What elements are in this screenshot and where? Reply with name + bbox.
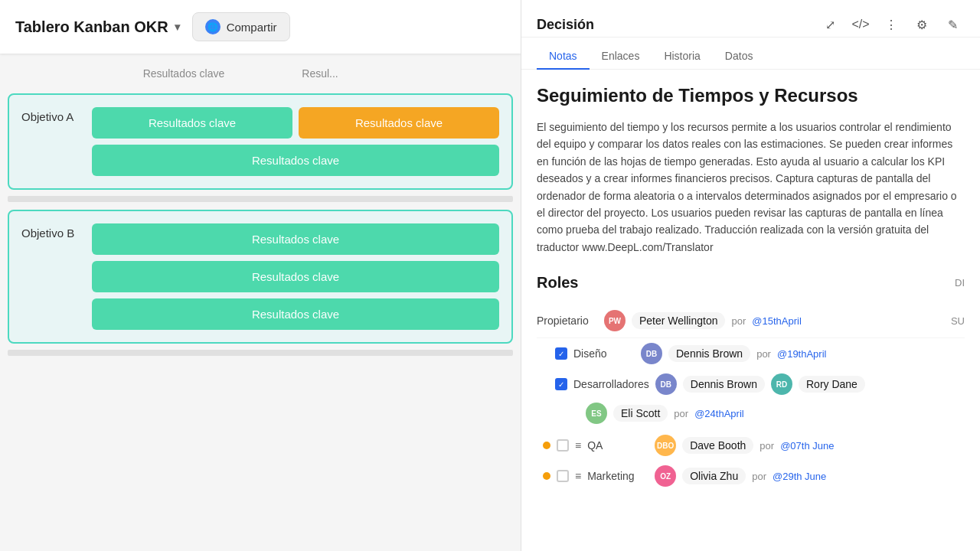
kr-btn-a2[interactable]: Resultados clave: [299, 107, 499, 139]
objective-a-label: Objetivo A: [21, 107, 83, 123]
panel-header: Decisión ⤢ </> ⋮ ⚙ ✎: [521, 0, 980, 37]
separator-2: [8, 350, 513, 356]
role-row-diseno: ✓ Diseño DB Dennis Brown por @19thApril: [537, 338, 965, 369]
avatar-rory-dane: RD: [771, 373, 792, 395]
col-header-2: Resul...: [274, 61, 366, 86]
role-row-qa: ≡ QA DBO Dave Booth por @07th June: [537, 430, 965, 461]
col-header-1: Resultados clave: [100, 61, 268, 86]
objective-a-block: Objetivo A Resultados clave Resultados c…: [8, 93, 513, 190]
owner-row: Propietario PW Peter Wellington por @15t…: [537, 304, 965, 338]
tab-datos[interactable]: Datos: [713, 44, 766, 70]
eli-scott-name[interactable]: Eli Scott: [613, 405, 668, 422]
dennis-brown-name-dev[interactable]: Dennis Brown: [683, 376, 765, 393]
owner-su: SU: [951, 315, 965, 327]
share-button[interactable]: 🌐 Compartir: [192, 12, 290, 41]
kr-btn-b1[interactable]: Resultados clave: [92, 223, 499, 255]
kanban-panel: Tablero Kanban OKR ▾ 🌐 Compartir Resulta…: [0, 0, 521, 551]
eli-scott-date[interactable]: @24thApril: [694, 408, 744, 419]
owner-date[interactable]: @15thApril: [752, 315, 802, 327]
desarrolladores-label: Desarrolladores: [573, 378, 649, 390]
avatar-dennis-brown-diseno: DB: [641, 343, 662, 364]
avatar-dennis-brown-dev: DB: [655, 373, 677, 395]
kr-btn-b3[interactable]: Resultados clave: [92, 298, 499, 330]
separator-1: [8, 196, 513, 202]
board-title: Tablero Kanban OKR ▾: [15, 18, 180, 36]
tab-enlaces[interactable]: Enlaces: [590, 44, 652, 70]
qa-por: por: [760, 440, 774, 452]
olivia-zhu-name[interactable]: Olivia Zhu: [682, 468, 746, 484]
objective-b-block: Objetivo B Resultados clave Resultados c…: [8, 210, 513, 344]
avatar-eli-scott: ES: [586, 403, 607, 424]
kr-btn-b2[interactable]: Resultados clave: [92, 261, 499, 292]
dennis-brown-name-diseno[interactable]: Dennis Brown: [668, 345, 750, 362]
kr-btn-a3[interactable]: Resultados clave: [92, 145, 499, 176]
qa-label: QA: [587, 439, 648, 452]
role-row-marketing: ≡ Marketing OZ Olivia Zhu por @29th June: [537, 461, 965, 491]
header-actions: ⤢ </> ⋮ ⚙ ✎: [818, 12, 965, 37]
checkbox-qa[interactable]: [557, 439, 569, 452]
diseno-por: por: [756, 348, 771, 360]
marketing-por: por: [752, 471, 766, 482]
kr-row-1: Resultados clave Resultados clave: [92, 107, 499, 139]
avatar-olivia-zhu: OZ: [655, 465, 676, 487]
checkbox-desarrolladores[interactable]: ✓: [555, 378, 567, 390]
column-headers: Resultados clave Resul...: [0, 54, 521, 86]
tab-historia[interactable]: Historia: [652, 44, 712, 70]
list-icon-qa: ≡: [575, 439, 581, 452]
dropdown-arrow-icon[interactable]: ▾: [175, 21, 180, 33]
checkbox-diseno[interactable]: ✓: [555, 347, 567, 360]
marketing-date[interactable]: @29th June: [773, 471, 826, 482]
expand-icon[interactable]: ⤢: [818, 12, 842, 37]
eli-scott-row: ES Eli Scott por @24thApril: [537, 399, 965, 430]
owner-label: Propietario: [537, 315, 598, 327]
avatar-dave-booth: DBO: [655, 435, 676, 456]
roles-code: DI: [955, 277, 965, 289]
list-icon-marketing: ≡: [575, 470, 581, 482]
top-bar: Tablero Kanban OKR ▾ 🌐 Compartir: [0, 0, 521, 54]
dot-qa: [543, 442, 550, 449]
edit-icon[interactable]: ✎: [940, 12, 965, 37]
diseno-label: Diseño: [573, 347, 635, 360]
kr-list-b: Resultados clave Resultados clave Result…: [92, 223, 499, 330]
owner-name[interactable]: Peter Wellington: [632, 312, 725, 329]
panel-content: Seguimiento de Tiempos y Recursos El seg…: [521, 70, 980, 551]
kr-list-a: Resultados clave Resultados clave Result…: [92, 107, 499, 176]
roles-title: Roles: [537, 274, 578, 292]
role-row-desarrolladores: ✓ Desarrolladores DB Dennis Brown RD Ror…: [537, 369, 965, 399]
diseno-date[interactable]: @19thApril: [777, 348, 827, 360]
more-options-icon[interactable]: ⋮: [879, 12, 903, 37]
section-title: Seguimiento de Tiempos y Recursos: [537, 85, 965, 106]
marketing-label: Marketing: [587, 470, 648, 482]
roles-header: Roles DI: [537, 274, 965, 292]
rory-dane-name[interactable]: Rory Dane: [799, 376, 865, 393]
dot-marketing: [543, 472, 550, 480]
panel-tabs: Notas Enlaces Historia Datos: [521, 44, 980, 70]
panel-title: Decisión: [537, 17, 594, 33]
dave-booth-name[interactable]: Dave Booth: [682, 437, 753, 454]
right-panel: Decisión ⤢ </> ⋮ ⚙ ✎ Notas Enlaces Histo…: [521, 0, 980, 551]
settings-icon[interactable]: ⚙: [910, 12, 934, 37]
share-icon: 🌐: [205, 19, 220, 34]
code-icon[interactable]: </>: [848, 12, 873, 37]
objective-b-label: Objetivo B: [21, 223, 83, 240]
qa-date[interactable]: @07th June: [780, 440, 834, 452]
eli-scott-por: por: [674, 408, 688, 419]
description-text: El seguimiento del tiempo y los recursos…: [537, 119, 965, 256]
avatar-peter-wellington: PW: [604, 310, 626, 331]
owner-por: por: [731, 315, 746, 327]
kr-btn-a1[interactable]: Resultados clave: [92, 107, 292, 139]
tab-notas[interactable]: Notas: [537, 44, 590, 70]
checkbox-marketing[interactable]: [557, 470, 569, 482]
